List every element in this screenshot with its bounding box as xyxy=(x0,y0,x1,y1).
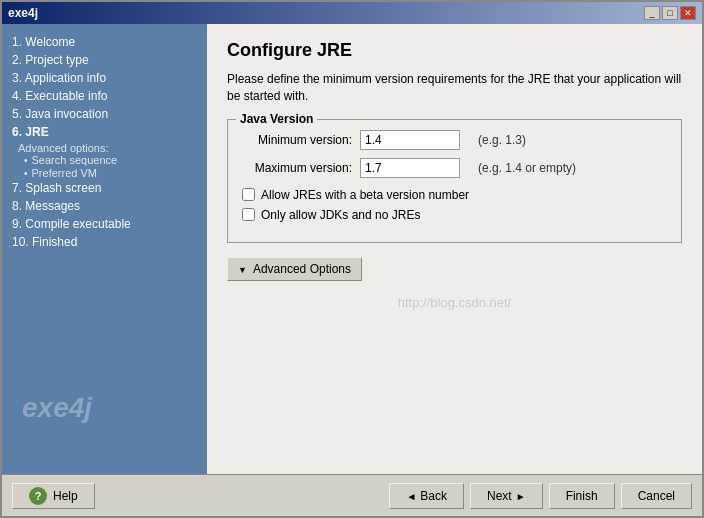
sidebar: 1. Welcome 2. Project type 3. Applicatio… xyxy=(2,24,207,474)
page-title: Configure JRE xyxy=(227,40,682,61)
advanced-options-arrow-icon xyxy=(238,262,247,276)
finish-button[interactable]: Finish xyxy=(549,483,615,509)
sidebar-logo: exe4j xyxy=(22,372,92,424)
jdk-only-checkbox-row: Only allow JDKs and no JREs xyxy=(242,208,667,222)
sidebar-item-search-sequence[interactable]: • Search sequence xyxy=(24,154,199,166)
bullet-icon: • xyxy=(24,155,28,166)
sidebar-item-messages[interactable]: 8. Messages xyxy=(10,198,199,214)
main-content: 1. Welcome 2. Project type 3. Applicatio… xyxy=(2,24,702,474)
group-box-title: Java Version xyxy=(236,112,317,126)
beta-checkbox-label: Allow JREs with a beta version number xyxy=(261,188,469,202)
sidebar-item-exe-info[interactable]: 4. Executable info xyxy=(10,88,199,104)
sidebar-item-preferred-vm[interactable]: • Preferred VM xyxy=(24,167,199,179)
sidebar-item-project-type[interactable]: 2. Project type xyxy=(10,52,199,68)
sidebar-item-app-info[interactable]: 3. Application info xyxy=(10,70,199,86)
bottom-bar: ? Help Back Next Finish Cancel xyxy=(2,474,702,516)
beta-checkbox[interactable] xyxy=(242,188,255,201)
watermark: http://blog.csdn.net/ xyxy=(227,295,682,310)
content-area: Configure JRE Please define the minimum … xyxy=(207,24,702,474)
min-version-hint: (e.g. 1.3) xyxy=(478,133,526,147)
help-button[interactable]: ? Help xyxy=(12,483,95,509)
sidebar-item-java-invocation[interactable]: 5. Java invocation xyxy=(10,106,199,122)
window-title: exe4j xyxy=(8,6,38,20)
sidebar-item-finished[interactable]: 10. Finished xyxy=(10,234,199,250)
close-button[interactable]: ✕ xyxy=(680,6,696,20)
back-arrow-icon xyxy=(406,489,416,503)
next-arrow-icon xyxy=(516,489,526,503)
cancel-button[interactable]: Cancel xyxy=(621,483,692,509)
max-version-row: Maximum version: (e.g. 1.4 or empty) xyxy=(242,158,667,178)
min-version-label: Minimum version: xyxy=(242,133,352,147)
sidebar-item-compile-exe[interactable]: 9. Compile executable xyxy=(10,216,199,232)
sidebar-item-splash-screen[interactable]: 7. Splash screen xyxy=(10,180,199,196)
jdk-only-checkbox[interactable] xyxy=(242,208,255,221)
title-bar: exe4j _ □ ✕ xyxy=(2,2,702,24)
maximize-button[interactable]: □ xyxy=(662,6,678,20)
sidebar-item-jre[interactable]: 6. JRE xyxy=(10,124,199,140)
sidebar-item-welcome[interactable]: 1. Welcome xyxy=(10,34,199,50)
page-description: Please define the minimum version requir… xyxy=(227,71,682,105)
help-icon: ? xyxy=(29,487,47,505)
advanced-options-label: Advanced Options xyxy=(253,262,351,276)
min-version-row: Minimum version: (e.g. 1.3) xyxy=(242,130,667,150)
minimize-button[interactable]: _ xyxy=(644,6,660,20)
bullet-icon: • xyxy=(24,168,28,179)
next-button[interactable]: Next xyxy=(470,483,543,509)
window-controls: _ □ ✕ xyxy=(644,6,696,20)
navigation-buttons: Back Next Finish Cancel xyxy=(389,483,692,509)
sidebar-advanced-options-label: Advanced options: xyxy=(18,142,199,154)
max-version-hint: (e.g. 1.4 or empty) xyxy=(478,161,576,175)
java-version-group: Java Version Minimum version: (e.g. 1.3)… xyxy=(227,119,682,243)
sidebar-sub-items: • Search sequence • Preferred VM xyxy=(18,154,199,179)
jdk-only-checkbox-label: Only allow JDKs and no JREs xyxy=(261,208,420,222)
advanced-options-button[interactable]: Advanced Options xyxy=(227,257,362,281)
min-version-input[interactable] xyxy=(360,130,460,150)
main-window: exe4j _ □ ✕ 1. Welcome 2. Project type 3… xyxy=(0,0,704,518)
beta-checkbox-row: Allow JREs with a beta version number xyxy=(242,188,667,202)
back-button[interactable]: Back xyxy=(389,483,464,509)
sidebar-nav: 1. Welcome 2. Project type 3. Applicatio… xyxy=(2,24,207,262)
max-version-input[interactable] xyxy=(360,158,460,178)
max-version-label: Maximum version: xyxy=(242,161,352,175)
